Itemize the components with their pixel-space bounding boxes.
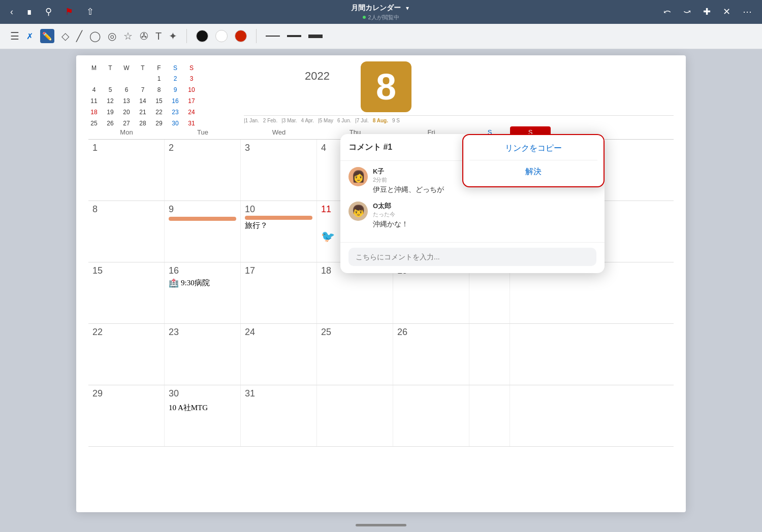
avatar-o: 👦 bbox=[348, 202, 368, 221]
cal-row-4: 22 23 24 25 26 bbox=[88, 324, 674, 385]
cell-1[interactable]: 1 bbox=[88, 140, 165, 201]
cell-sep-3[interactable] bbox=[469, 385, 510, 446]
color-white[interactable] bbox=[215, 30, 228, 42]
pen-tool[interactable]: ✏️ bbox=[40, 29, 54, 43]
cell-sep-4[interactable] bbox=[510, 385, 551, 446]
hospital-event: 9:30病院 bbox=[181, 278, 210, 288]
comment-item-2: 👦 O太郎 たった今 沖縄かな！ bbox=[348, 202, 596, 229]
year-display: 2022 bbox=[305, 70, 330, 83]
cell-30[interactable]: 30 10 A社MTG bbox=[165, 385, 241, 446]
cell-sep-2[interactable] bbox=[393, 385, 469, 446]
comment-title: コメント #1 bbox=[348, 142, 392, 153]
bluetooth-icon: ✗ bbox=[26, 31, 33, 41]
header-wed: Wed bbox=[241, 126, 317, 139]
comment-author-2: O太郎 bbox=[373, 202, 596, 211]
pencil-tool[interactable]: ╱ bbox=[76, 30, 82, 42]
sidebar-toggle[interactable]: ☰ bbox=[10, 30, 19, 42]
comment-popup: コメント #1 ⋯ 👩 K子 2分前 伊豆と沖縄、どっちが 👦 O太郎 bbox=[340, 134, 605, 273]
bookmark-button[interactable]: ⚑ bbox=[63, 4, 75, 19]
comment-input[interactable] bbox=[348, 248, 596, 266]
header-mon: Mon bbox=[88, 126, 165, 139]
mini-cal-hdr-m: M bbox=[88, 64, 100, 72]
cell-26[interactable]: 26 bbox=[393, 324, 469, 385]
color-black[interactable] bbox=[196, 30, 208, 42]
cell-25[interactable]: 25 bbox=[317, 324, 393, 385]
color-red[interactable] bbox=[235, 30, 247, 42]
link-copy-button[interactable]: リンクをコピー bbox=[463, 137, 604, 160]
comment-text-2: 沖縄かな！ bbox=[373, 220, 596, 229]
line-thin[interactable] bbox=[266, 36, 280, 37]
cell-16[interactable]: 16 🏥 9:30病院 bbox=[165, 262, 241, 323]
image-tool[interactable]: ✇ bbox=[140, 30, 148, 42]
sparkle-tool[interactable]: ✦ bbox=[169, 30, 177, 42]
more-button[interactable]: ⋯ bbox=[741, 4, 754, 19]
cell-8[interactable]: 8 bbox=[88, 201, 165, 262]
header-tue: Tue bbox=[165, 126, 241, 139]
link-copy-popup: リンクをコピー 解決 bbox=[462, 134, 605, 187]
toolbar-separator-1 bbox=[186, 29, 187, 43]
cell-31[interactable]: 31 bbox=[241, 385, 317, 446]
add-page-button[interactable]: ✚ bbox=[701, 4, 713, 19]
mtg-event: 10 A社MTG bbox=[169, 403, 236, 413]
event-bar-trip bbox=[169, 217, 236, 221]
cell-9[interactable]: 9 bbox=[165, 201, 241, 262]
main-content: M T W T F S S 1 2 3 4 5 6 7 bbox=[0, 49, 762, 518]
grid-button[interactable]: ∎ bbox=[24, 4, 34, 19]
month-badge: 8 bbox=[361, 61, 411, 112]
top-bar-right: ⤺ ⤻ ✚ ✕ ⋯ bbox=[661, 4, 754, 19]
mini-calendar: M T W T F S S 1 2 3 4 5 6 7 bbox=[88, 64, 197, 129]
search-button[interactable]: ⚲ bbox=[43, 4, 54, 19]
mini-cal-hdr-f: F bbox=[153, 64, 165, 72]
share-button[interactable]: ⇧ bbox=[84, 4, 96, 19]
cell-29[interactable]: 29 bbox=[88, 385, 165, 446]
text-tool[interactable]: T bbox=[155, 30, 162, 42]
cell-10[interactable]: 10 旅行？ bbox=[241, 201, 317, 262]
mini-cal-hdr-s2: S bbox=[186, 64, 197, 72]
cell-28-sun[interactable] bbox=[510, 324, 551, 385]
event-trip-text: 旅行？ bbox=[245, 221, 312, 230]
top-bar: ‹ ∎ ⚲ ⚑ ⇧ 月間カレンダー ▾ 2人が閲覧中 ⤺ ⤻ ✚ ✕ ⋯ bbox=[0, 0, 762, 24]
hospital-icon: 🏥 bbox=[169, 278, 179, 288]
cell-27-sat[interactable] bbox=[469, 324, 510, 385]
calendar-page: M T W T F S S 1 2 3 4 5 6 7 bbox=[76, 55, 686, 512]
eraser-tool[interactable]: ◇ bbox=[61, 30, 69, 42]
line-medium[interactable] bbox=[287, 35, 301, 37]
comment-input-area bbox=[340, 242, 605, 273]
close-button[interactable]: ✕ bbox=[721, 4, 733, 19]
toolbar: ☰ ✗ ✏️ ◇ ╱ ◯ ◎ ☆ ✇ T ✦ bbox=[0, 24, 762, 49]
redo-button[interactable]: ⤻ bbox=[681, 4, 693, 19]
mini-cal-hdr-s1: S bbox=[170, 64, 181, 72]
cell-sep-1[interactable] bbox=[317, 385, 393, 446]
cell-17[interactable]: 17 bbox=[241, 262, 317, 323]
resolve-button[interactable]: 解決 bbox=[463, 160, 604, 184]
timeline-strip: |1 Jan. 2 Feb. |3 Mar. 4 Apr. |5 May 6 J… bbox=[244, 115, 674, 125]
cell-24[interactable]: 24 bbox=[241, 324, 317, 385]
mini-cal-hdr-t2: T bbox=[137, 64, 148, 72]
bottom-bar bbox=[0, 518, 762, 532]
page-title: 月間カレンダー bbox=[351, 4, 401, 13]
lasso-tool[interactable]: ◯ bbox=[89, 30, 101, 42]
title-chevron[interactable]: ▾ bbox=[404, 3, 411, 14]
select-tool[interactable]: ◎ bbox=[108, 30, 116, 42]
online-indicator bbox=[363, 16, 366, 19]
event-bar-trip-2 bbox=[245, 216, 312, 220]
cell-15[interactable]: 15 bbox=[88, 262, 165, 323]
cell-22[interactable]: 22 bbox=[88, 324, 165, 385]
toolbar-separator-2 bbox=[256, 29, 257, 43]
cell-3[interactable]: 3 bbox=[241, 140, 317, 201]
back-button[interactable]: ‹ bbox=[8, 5, 15, 19]
year-text: 2022 bbox=[305, 70, 330, 82]
avatar-k: 👩 bbox=[348, 167, 368, 186]
viewers-count: 2人が閲覧中 bbox=[368, 14, 399, 21]
star-tool[interactable]: ☆ bbox=[123, 30, 133, 42]
comment-content-2: O太郎 たった今 沖縄かな！ bbox=[373, 202, 596, 229]
top-bar-center: 月間カレンダー ▾ 2人が閲覧中 bbox=[351, 3, 411, 21]
cell-2[interactable]: 2 bbox=[165, 140, 241, 201]
cell-23[interactable]: 23 bbox=[165, 324, 241, 385]
scroll-indicator bbox=[356, 524, 406, 526]
undo-button[interactable]: ⤺ bbox=[661, 4, 673, 19]
line-thick[interactable] bbox=[308, 35, 323, 38]
mini-cal-hdr-w: W bbox=[121, 64, 132, 72]
cal-row-5: 29 30 10 A社MTG 31 bbox=[88, 385, 674, 447]
mini-cal-hdr-t1: T bbox=[105, 64, 116, 72]
